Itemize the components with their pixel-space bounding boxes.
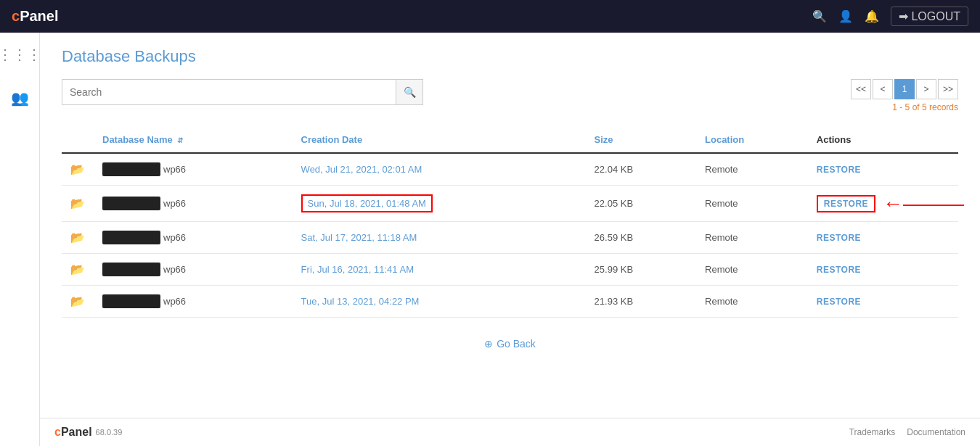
row-location: Remote bbox=[696, 222, 808, 254]
table-row: 📂 wp66Sun, Jul 18, 2021, 01:48 AM22.05 K… bbox=[62, 186, 958, 222]
row-size: 22.05 KB bbox=[586, 186, 696, 222]
row-size: 26.59 KB bbox=[586, 222, 696, 254]
footer-links: Trademarks Documentation bbox=[849, 427, 965, 437]
row-name: wp66 bbox=[94, 254, 293, 286]
trademarks-link[interactable]: Trademarks bbox=[849, 427, 896, 437]
row-date: Sat, Jul 17, 2021, 11:18 AM bbox=[293, 222, 586, 254]
records-info: 1 - 5 of 5 records bbox=[851, 102, 958, 112]
logout-icon: ➡ bbox=[899, 9, 908, 23]
name-redacted bbox=[102, 294, 160, 308]
restore-button[interactable]: RESTORE bbox=[817, 165, 861, 175]
row-date: Tue, Jul 13, 2021, 04:22 PM bbox=[293, 286, 586, 318]
row-icon: 📂 bbox=[62, 153, 94, 186]
row-date: Fri, Jul 16, 2021, 11:41 AM bbox=[293, 254, 586, 286]
name-suffix: wp66 bbox=[163, 164, 186, 175]
row-action: RESTORE bbox=[808, 254, 958, 286]
table-header-row: Database Name ⇵ Creation Date Size Locat… bbox=[62, 127, 958, 153]
col-header-date: Creation Date bbox=[293, 127, 586, 153]
row-location: Remote bbox=[696, 186, 808, 222]
row-name: wp66 bbox=[94, 222, 293, 254]
bell-icon[interactable]: 🔔 bbox=[865, 9, 879, 23]
first-page-button[interactable]: << bbox=[851, 79, 871, 99]
name-redacted bbox=[102, 231, 160, 244]
go-back-icon: ⊕ bbox=[484, 338, 493, 350]
col-header-location: Location bbox=[696, 127, 808, 153]
col-header-icon bbox=[62, 127, 94, 153]
logo-c: c bbox=[12, 8, 20, 24]
table-row: 📂 wp66Wed, Jul 21, 2021, 02:01 AM22.04 K… bbox=[62, 153, 958, 186]
logo-panel: Panel bbox=[20, 8, 58, 24]
row-location: Remote bbox=[696, 254, 808, 286]
go-back-section: ⊕ Go Back bbox=[62, 338, 958, 350]
name-suffix: wp66 bbox=[163, 232, 186, 243]
table-row: 📂 wp66Tue, Jul 13, 2021, 04:22 PM21.93 K… bbox=[62, 286, 958, 318]
top-nav: cPanel 🔍 👤 🔔 ➡ LOGOUT bbox=[0, 0, 980, 33]
next-page-button[interactable]: > bbox=[916, 79, 936, 99]
go-back-label: Go Back bbox=[497, 338, 536, 350]
row-size: 25.99 KB bbox=[586, 254, 696, 286]
data-table: Database Name ⇵ Creation Date Size Locat… bbox=[62, 127, 958, 318]
row-location: Remote bbox=[696, 153, 808, 186]
row-date: Wed, Jul 21, 2021, 02:01 AM bbox=[293, 153, 586, 186]
user-icon[interactable]: 👤 bbox=[838, 9, 853, 23]
search-input[interactable] bbox=[62, 79, 396, 105]
table-row: 📂 wp66Fri, Jul 16, 2021, 11:41 AM25.99 K… bbox=[62, 254, 958, 286]
search-button[interactable]: 🔍 bbox=[396, 79, 423, 105]
cpanel-logo: cPanel bbox=[12, 8, 58, 25]
row-icon: 📂 bbox=[62, 222, 94, 254]
footer-logo-c: c bbox=[54, 426, 61, 438]
row-name: wp66 bbox=[94, 286, 293, 318]
col-header-name[interactable]: Database Name ⇵ bbox=[94, 127, 293, 153]
col-header-actions: Actions bbox=[808, 127, 958, 153]
name-suffix: wp66 bbox=[163, 296, 186, 307]
current-page-button[interactable]: 1 bbox=[894, 79, 915, 99]
main-content: Database Backups 🔍 << < 1 > >> 1 - 5 of … bbox=[40, 33, 980, 446]
row-action: RESTORE bbox=[808, 286, 958, 318]
name-suffix: wp66 bbox=[163, 264, 186, 275]
sidebar: ⋮⋮⋮ 👥 bbox=[0, 33, 40, 446]
name-suffix: wp66 bbox=[163, 198, 186, 209]
row-size: 21.93 KB bbox=[586, 286, 696, 318]
search-icon[interactable]: 🔍 bbox=[812, 9, 827, 23]
top-nav-icons: 🔍 👤 🔔 ➡ LOGOUT bbox=[812, 7, 968, 26]
pagination: << < 1 > >> bbox=[851, 79, 958, 99]
row-icon: 📂 bbox=[62, 286, 94, 318]
footer: cPanel 68.0.39 Trademarks Documentation bbox=[40, 418, 980, 446]
row-action: RESTORE ←——— bbox=[808, 186, 958, 222]
sidebar-users-icon[interactable]: 👥 bbox=[5, 83, 35, 112]
restore-button[interactable]: RESTORE bbox=[817, 297, 861, 307]
row-icon: 📂 bbox=[62, 254, 94, 286]
restore-button-highlighted[interactable]: RESTORE bbox=[817, 195, 875, 212]
name-redacted bbox=[102, 263, 160, 276]
row-name: wp66 bbox=[94, 153, 293, 186]
logout-label: LOGOUT bbox=[911, 10, 960, 23]
name-redacted bbox=[102, 162, 160, 176]
row-action: RESTORE bbox=[808, 222, 958, 254]
restore-button[interactable]: RESTORE bbox=[817, 265, 861, 275]
arrow-icon: ←——— bbox=[883, 192, 964, 215]
page-title: Database Backups bbox=[62, 47, 958, 66]
row-date: Sun, Jul 18, 2021, 01:48 AM bbox=[293, 186, 586, 222]
logout-button[interactable]: ➡ LOGOUT bbox=[891, 7, 968, 26]
footer-logo-panel: Panel bbox=[61, 426, 92, 438]
pagination-section: << < 1 > >> 1 - 5 of 5 records bbox=[851, 79, 958, 121]
footer-logo: cPanel 68.0.39 bbox=[54, 426, 122, 439]
documentation-link[interactable]: Documentation bbox=[907, 427, 965, 437]
sort-icon: ⇵ bbox=[177, 136, 183, 144]
name-redacted bbox=[102, 197, 160, 210]
date-highlighted: Sun, Jul 18, 2021, 01:48 AM bbox=[301, 194, 433, 212]
row-size: 22.04 KB bbox=[586, 153, 696, 186]
footer-version: 68.0.39 bbox=[96, 428, 123, 437]
row-icon: 📂 bbox=[62, 186, 94, 222]
go-back-button[interactable]: ⊕ Go Back bbox=[484, 338, 536, 350]
col-header-size: Size bbox=[586, 127, 696, 153]
table-row: 📂 wp66Sat, Jul 17, 2021, 11:18 AM26.59 K… bbox=[62, 222, 958, 254]
main-layout: ⋮⋮⋮ 👥 Database Backups 🔍 << < 1 > >> bbox=[0, 33, 980, 446]
row-name: wp66 bbox=[94, 186, 293, 222]
row-location: Remote bbox=[696, 286, 808, 318]
prev-page-button[interactable]: < bbox=[873, 79, 893, 99]
last-page-button[interactable]: >> bbox=[938, 79, 958, 99]
row-action: RESTORE bbox=[808, 153, 958, 186]
restore-button[interactable]: RESTORE bbox=[817, 233, 861, 243]
search-bar: 🔍 bbox=[62, 79, 423, 105]
